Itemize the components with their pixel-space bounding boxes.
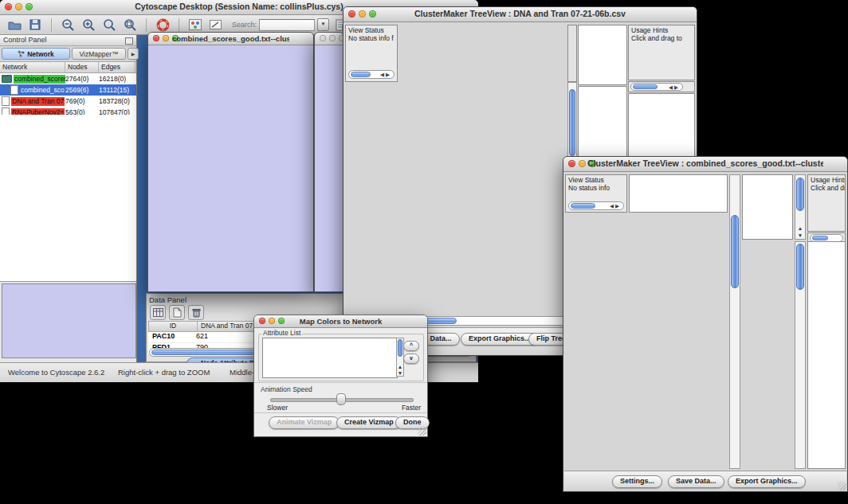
zoom-out-button[interactable] (60, 18, 76, 33)
minimize-icon[interactable] (163, 35, 169, 41)
zoom-heatmap-canvas[interactable] (742, 241, 793, 469)
slider-thumb[interactable] (336, 393, 346, 405)
scroll-thumb[interactable] (796, 178, 804, 211)
resize-grip[interactable] (838, 482, 846, 490)
status-welcome: Welcome to Cytoscape 2.6.2 (8, 368, 104, 377)
dense-network-titlebar[interactable] (315, 33, 344, 45)
close-icon[interactable] (320, 35, 326, 41)
col-nodes[interactable]: Nodes (65, 62, 99, 72)
minimize-icon[interactable] (269, 318, 275, 324)
scroll-left-icon[interactable]: ◀ (669, 84, 674, 90)
close-icon[interactable] (259, 318, 265, 324)
col-id[interactable]: ID (149, 322, 198, 331)
col-network[interactable]: Network (0, 62, 65, 72)
doc-icon (10, 85, 18, 95)
move-up-button[interactable]: ^ (403, 341, 419, 351)
create-vizmap-button[interactable]: Create Vizmap (336, 416, 402, 429)
scroll-thumb[interactable] (796, 244, 804, 290)
new-attribute-icon[interactable] (169, 305, 185, 320)
column-dendrogram[interactable] (399, 25, 567, 82)
close-icon[interactable] (568, 160, 575, 167)
network-view-titlebar[interactable]: combined_scores_good.txt--cluste... (148, 33, 313, 45)
scroll-thumb[interactable] (351, 72, 371, 77)
close-icon[interactable] (5, 3, 12, 10)
zoom-selected-button[interactable] (122, 18, 138, 33)
genelist-vscrollbar[interactable] (795, 241, 806, 469)
scroll-right-icon[interactable]: ▶ (615, 203, 621, 209)
scroll-thumb[interactable] (731, 215, 739, 288)
scroll-thumb[interactable] (398, 339, 402, 357)
settings-button[interactable]: Settings... (612, 475, 662, 488)
minimize-icon[interactable] (579, 160, 586, 167)
labels-vscrollbar[interactable]: ▲ ▼ (795, 174, 806, 240)
network-edges: 183728(0) (99, 97, 135, 105)
gene-labels-pane (807, 241, 846, 469)
float-panel-icon[interactable] (125, 37, 133, 45)
open-session-button[interactable] (6, 18, 22, 33)
minimize-icon[interactable] (359, 10, 366, 18)
treeview2-titlebar[interactable]: ClusterMaker TreeView : combined_scores_… (563, 157, 847, 172)
minimize-icon[interactable] (15, 3, 22, 10)
annotation-button[interactable] (208, 18, 224, 33)
save-session-button[interactable] (27, 18, 43, 33)
heatmap-vscrollbar[interactable] (729, 174, 740, 469)
birds-eye-view[interactable] (2, 283, 136, 358)
scroll-thumb[interactable] (633, 84, 658, 89)
network-table-header: Network Nodes Edges (0, 62, 136, 73)
help-lifesaver-icon[interactable] (155, 18, 171, 33)
minimize-icon[interactable] (329, 35, 336, 41)
row-dendrogram[interactable] (565, 214, 627, 469)
network-table-row[interactable]: DNA and Tran 07769(0)183728(0) (0, 96, 136, 107)
tab-overflow-icon[interactable]: ▶ (128, 48, 139, 60)
network-nodes: 769(0) (65, 97, 99, 105)
treeview1-titlebar[interactable]: ClusterMaker TreeView : DNA and Tran 07-… (344, 7, 697, 22)
cluster-matrix-canvas[interactable] (580, 96, 618, 138)
scroll-thumb[interactable] (571, 203, 595, 209)
select-attributes-icon[interactable] (150, 305, 166, 320)
tab-network[interactable]: Network (2, 48, 70, 60)
dialog-titlebar[interactable]: Map Colors to Network (254, 315, 427, 328)
status-pan-hint: Middle- (230, 368, 254, 377)
scroll-thumb[interactable] (569, 89, 575, 156)
search-input[interactable] (259, 19, 315, 31)
tab-vizmapper[interactable]: VizMapper™ (72, 48, 126, 60)
usage-hints-panel: Usage Hints Click and drag to (628, 25, 695, 80)
usage-hints-title: Usage Hints (631, 26, 668, 34)
usage-scrollbar[interactable]: ◀▶ (630, 83, 683, 91)
resize-grip[interactable] (418, 427, 426, 436)
close-icon[interactable] (153, 35, 159, 41)
birds-eye-canvas (2, 284, 134, 356)
scroll-right-icon[interactable]: ▶ (386, 72, 391, 77)
save-data-button[interactable]: Save Data... (668, 475, 724, 488)
scroll-up-icon[interactable]: ▲ (795, 225, 805, 231)
scroll-left-icon[interactable]: ◀ (380, 72, 386, 77)
heatmap-canvas[interactable] (399, 82, 567, 315)
zoom-in-button[interactable] (80, 18, 96, 33)
vizmap-nodes-icon[interactable] (187, 18, 203, 33)
export-graphics-button[interactable]: Export Graphics... (728, 475, 806, 488)
scroll-up-icon[interactable]: ▲ (397, 364, 403, 369)
scroll-down-icon[interactable]: ▼ (397, 370, 403, 376)
col-edges[interactable]: Edges (99, 62, 135, 72)
delete-attribute-icon[interactable] (188, 305, 204, 320)
scroll-right-icon[interactable]: ▶ (674, 84, 680, 90)
export-graphics-button[interactable]: Export Graphics... (461, 333, 539, 346)
network-table-row[interactable]: combined_scores2764(0)16218(0) (0, 73, 136, 84)
attribute-list[interactable] (262, 338, 398, 378)
animate-vizmap-button[interactable]: Animate Vizmap (269, 416, 340, 429)
zoom-fit-button[interactable] (101, 18, 117, 33)
view-status-scrollbar[interactable]: ◀▶ (348, 70, 395, 79)
scroll-left-icon[interactable]: ◀ (610, 203, 615, 209)
heatmap-canvas[interactable] (629, 214, 728, 469)
close-icon[interactable] (348, 10, 355, 18)
search-dropdown-icon[interactable]: ▼ (317, 18, 329, 31)
row-dendrogram[interactable] (345, 82, 398, 315)
network-table-row[interactable]: combined_sco2569(6)13112(15) (0, 84, 136, 96)
faster-label: Faster (402, 404, 421, 412)
network-canvas[interactable] (148, 45, 312, 291)
usage-hints-title: Usage Hints (811, 176, 845, 184)
view-status-scrollbar[interactable]: ◀▶ (568, 201, 624, 210)
scroll-thumb[interactable] (812, 236, 828, 240)
move-down-button[interactable]: v (403, 354, 419, 364)
scroll-down-icon[interactable]: ▼ (795, 232, 805, 238)
